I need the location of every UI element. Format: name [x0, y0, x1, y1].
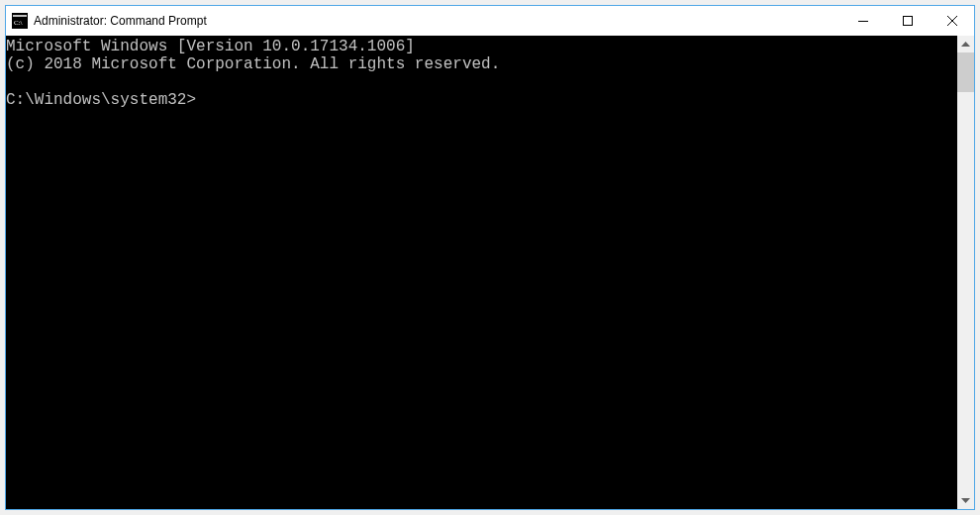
- command-prompt-window: C:\ Administrator: Command Prompt Micros…: [5, 5, 975, 510]
- titlebar[interactable]: C:\ Administrator: Command Prompt: [6, 6, 974, 36]
- svg-rect-4: [903, 17, 912, 26]
- svg-text:C:\: C:\: [14, 19, 23, 27]
- client-area: Microsoft Windows [Version 10.0.17134.10…: [6, 36, 974, 509]
- console-line: Microsoft Windows [Version 10.0.17134.10…: [6, 38, 415, 55]
- console-output[interactable]: Microsoft Windows [Version 10.0.17134.10…: [6, 36, 957, 509]
- cmd-icon: C:\: [12, 13, 28, 29]
- scroll-down-button[interactable]: [957, 492, 974, 509]
- maximize-button[interactable]: [885, 6, 930, 36]
- console-prompt: C:\Windows\system32>: [6, 91, 196, 109]
- scroll-up-button[interactable]: [957, 36, 974, 52]
- svg-rect-3: [858, 21, 868, 22]
- close-button[interactable]: [930, 6, 974, 36]
- window-title: Administrator: Command Prompt: [34, 14, 840, 28]
- window-controls: [840, 6, 974, 36]
- svg-rect-1: [13, 15, 27, 17]
- console-line: (c) 2018 Microsoft Corporation. All righ…: [6, 55, 500, 73]
- minimize-button[interactable]: [840, 6, 885, 36]
- vertical-scrollbar[interactable]: [957, 36, 974, 509]
- scroll-thumb[interactable]: [957, 52, 974, 92]
